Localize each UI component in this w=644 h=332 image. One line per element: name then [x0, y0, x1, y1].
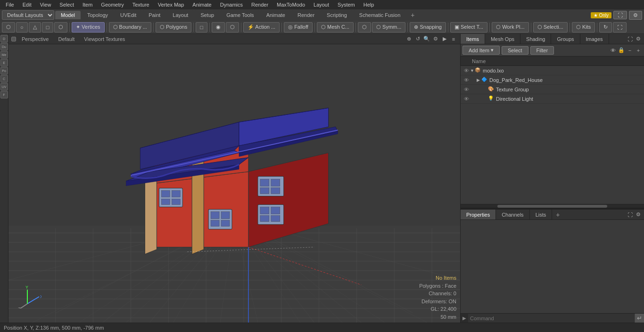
arrow-dog[interactable]: ▶ — [477, 78, 481, 82]
fullscreen3-btn[interactable]: ⛶ — [613, 22, 627, 32]
layout-dropdown[interactable]: Default Layouts — [2, 10, 54, 20]
menu-animate[interactable]: Animate — [189, 1, 215, 8]
menu-select[interactable]: Select — [56, 1, 78, 8]
left-tool-4[interactable]: E — [0, 59, 8, 66]
viewport-textures-label[interactable]: Viewport Textures — [80, 36, 129, 42]
polygons-btn[interactable]: ⬡ Polygons — [156, 22, 191, 32]
scene-area[interactable]: X Y Z No Items Polygons : Face Channels:… — [8, 44, 460, 323]
tab-mesh-ops[interactable]: Mesh Ops — [485, 34, 520, 44]
perspective-label[interactable]: Perspective — [18, 36, 52, 42]
default-label[interactable]: Default — [54, 36, 78, 42]
arrow-modo[interactable]: ▼ — [470, 68, 475, 73]
tab-properties[interactable]: Properties — [461, 210, 496, 219]
tab-channels[interactable]: Channels — [496, 210, 529, 219]
tab-lists[interactable]: Lists — [530, 210, 553, 219]
eye-icon-modo[interactable]: 👁 — [462, 67, 470, 74]
left-tool-8[interactable]: F — [0, 91, 8, 98]
layout-tab-render[interactable]: Render — [292, 11, 320, 19]
vp-ctrl-6[interactable]: ≡ — [450, 35, 457, 43]
snapping-btn[interactable]: ⊕ Snapping — [410, 22, 446, 32]
quad-mode-btn[interactable]: □ — [42, 22, 54, 32]
workplane-btn[interactable]: ⬡ Work Pl... — [492, 22, 529, 32]
left-tool-2[interactable]: Du — [0, 43, 8, 50]
menu-vertex-map[interactable]: Vertex Map — [154, 1, 188, 8]
item-row-dog-park[interactable]: 👁 ▶ 🔷 Dog_Park_Red_House — [461, 75, 644, 85]
add-item-button[interactable]: Add Item ▾ — [462, 46, 500, 55]
bottom-settings-icon[interactable]: ⚙ — [635, 211, 642, 219]
layout-tab-uvedit[interactable]: UVEdit — [115, 11, 142, 19]
layout-tab-paint[interactable]: Paint — [143, 11, 166, 19]
layout-tab-setup[interactable]: Setup — [195, 11, 220, 19]
layout-tab-topology[interactable]: Topology — [82, 11, 114, 19]
component-mode-btn[interactable]: ⬡ — [2, 22, 15, 32]
vp-ctrl-2[interactable]: ↺ — [414, 35, 421, 43]
scroll-thumb[interactable] — [497, 205, 607, 208]
layout-tab-animate[interactable]: Animate — [261, 11, 291, 19]
sphere-mode-btn[interactable]: ○ — [16, 22, 28, 32]
fullscreen-icon[interactable]: ⛶ — [613, 11, 627, 19]
vp-ctrl-5[interactable]: ▶ — [441, 35, 448, 43]
items-eye-icon[interactable]: 👁 — [609, 47, 617, 54]
menu-dynamics[interactable]: Dynamics — [216, 1, 247, 8]
menu-file[interactable]: File — [2, 1, 18, 8]
tab-expand-icon[interactable]: ⛶ — [626, 35, 634, 43]
rotate2-btn[interactable]: ↻ — [599, 22, 612, 32]
left-tool-5[interactable]: Po — [0, 67, 8, 74]
tab-images[interactable]: Images — [580, 34, 609, 44]
item-row-light[interactable]: 👁 💡 Directional Light — [461, 94, 644, 104]
tab-settings-icon[interactable]: ⚙ — [635, 35, 642, 43]
command-input[interactable] — [468, 314, 635, 323]
boundary-btn[interactable]: ⬡ Boundary ... — [109, 22, 151, 32]
layout-tab-scripting[interactable]: Scripting — [321, 11, 353, 19]
items-plus-icon[interactable]: + — [635, 47, 642, 54]
items-minus-icon[interactable]: − — [626, 47, 634, 54]
items-list[interactable]: 👁 ▼ 📦 modo.lxo 👁 ▶ 🔷 Dog_Park_Red_House — [461, 66, 644, 204]
menu-system[interactable]: System — [334, 1, 359, 8]
mode2-btn[interactable]: ⬡ — [226, 22, 239, 32]
select-t-btn[interactable]: ▣ Select T... — [450, 22, 487, 32]
left-tool-7[interactable]: UV — [0, 83, 8, 90]
menu-geometry[interactable]: Geometry — [97, 1, 127, 8]
falloff-btn[interactable]: ◎ Falloff — [284, 22, 313, 32]
layout-add-tab[interactable]: + — [407, 10, 418, 20]
tab-items[interactable]: Items — [461, 34, 485, 44]
vp-ctrl-4[interactable]: ⚙ — [432, 35, 439, 43]
layout-tab-model[interactable]: Model — [55, 11, 81, 19]
settings-icon[interactable]: ⚙ — [629, 11, 642, 20]
tab-shading[interactable]: Shading — [520, 34, 551, 44]
layout-tab-game-tools[interactable]: Game Tools — [221, 11, 260, 19]
menu-help[interactable]: Help — [360, 1, 378, 8]
left-tool-3[interactable]: Me — [0, 51, 8, 58]
ngon-mode-btn[interactable]: ⬡ — [54, 22, 67, 32]
eye-icon-tex[interactable]: 👁 — [462, 86, 470, 93]
tri-mode-btn[interactable]: △ — [29, 22, 41, 32]
eye-icon-light[interactable]: 👁 — [462, 95, 470, 103]
left-tool-1[interactable]: D — [0, 35, 8, 42]
sym-btn[interactable]: ⬡ — [358, 22, 371, 32]
menu-layout[interactable]: Layout — [310, 1, 333, 8]
vp-ctrl-3[interactable]: 🔍 — [423, 35, 430, 43]
items-scrollbar[interactable] — [461, 204, 644, 208]
item-row-modo-lxo[interactable]: 👁 ▼ 📦 modo.lxo — [461, 66, 644, 75]
left-tool-6[interactable]: C — [0, 75, 8, 82]
bottom-expand-icon[interactable]: ⛶ — [626, 211, 634, 219]
bottom-tab-plus[interactable]: + — [552, 210, 563, 219]
items-filter-button[interactable]: Filter — [530, 46, 554, 55]
menu-item[interactable]: Item — [79, 1, 96, 8]
vertices-btn[interactable]: ✦ Vertices — [72, 22, 104, 32]
menu-texture[interactable]: Texture — [129, 1, 153, 8]
vp-ctrl-1[interactable]: ⊕ — [405, 35, 413, 43]
viewport[interactable]: Perspective Default Viewport Textures ⊕ … — [8, 34, 460, 323]
items-select-button[interactable]: Select — [502, 46, 528, 55]
edge-btn[interactable]: □ — [196, 22, 207, 32]
menu-render[interactable]: Render — [248, 1, 272, 8]
menu-edit[interactable]: Edit — [19, 1, 35, 8]
items-lock-icon[interactable]: 🔒 — [618, 47, 625, 54]
layout-tab-schematic[interactable]: Schematic Fusion — [354, 11, 406, 19]
item-row-texture[interactable]: 👁 🎨 Texture Group — [461, 85, 644, 94]
eye-icon-dog[interactable]: 👁 — [462, 76, 470, 84]
mesh-btn[interactable]: ⬡ Mesh C... — [317, 22, 354, 32]
selection-btn[interactable]: ⬡ Selecti... — [533, 22, 568, 32]
menu-maxtomodo[interactable]: MaxToModo — [273, 1, 309, 8]
menu-view[interactable]: View — [36, 1, 55, 8]
